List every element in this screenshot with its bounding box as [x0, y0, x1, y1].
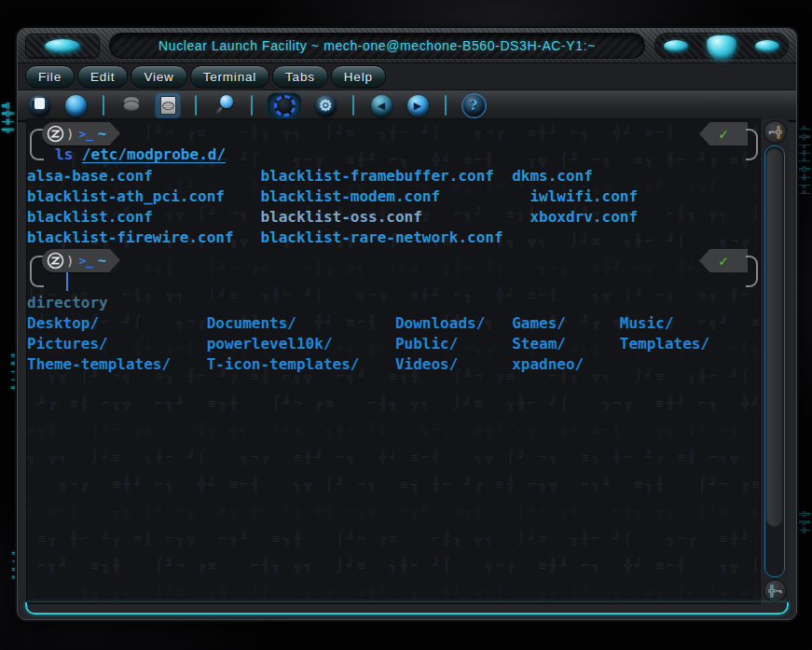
prompt-block-1: ) >_ ~ ✓ ls /etc/modprobe.d/ — [27, 121, 760, 166]
terminal-window: Nuclear Launch Facility ~ mech-one@mecho… — [17, 28, 797, 620]
maximize-button[interactable] — [707, 35, 736, 60]
settings-button[interactable]: ⚙ — [313, 93, 337, 118]
activity-monitor-button[interactable] — [268, 93, 301, 118]
new-tab-icon — [65, 95, 87, 117]
scrollbar[interactable]: ⌐╬ ╬¬ — [760, 118, 789, 604]
toolbar: ⚙ ◀ ▶ ? — [18, 90, 796, 122]
prompt-block-2: ) >_ ~ ✓ — [27, 248, 760, 293]
toolbar-separator — [445, 95, 447, 116]
toolbar-separator — [352, 95, 354, 116]
menu-file[interactable]: File — [25, 65, 75, 89]
toolbar-separator — [251, 95, 253, 116]
gear-icon: ⚙ — [313, 93, 337, 118]
prompt-directory: ~ — [98, 253, 106, 270]
menu-edit[interactable]: Edit — [77, 65, 128, 89]
prompt-pill: ) >_ ~ — [42, 122, 110, 145]
prompt-bracket-right — [746, 129, 758, 160]
scrollbar-track[interactable] — [764, 145, 785, 577]
search-button[interactable] — [212, 93, 236, 118]
copy-button[interactable] — [119, 93, 144, 118]
paste-button[interactable] — [156, 93, 180, 118]
terminal-output-line: alsa-base.conf blacklist-framebuffer.con… — [27, 166, 760, 187]
zsh-logo-icon — [47, 125, 64, 143]
exit-status-pill: ✓ — [699, 249, 748, 272]
magnifier-handle-icon — [214, 106, 223, 116]
check-icon: ✓ — [718, 124, 729, 145]
prompt-separator: ) — [66, 127, 74, 142]
prompt-separator: ) — [66, 254, 74, 269]
help-icon: ? — [461, 93, 486, 118]
prompt-symbol: >_ — [78, 254, 93, 268]
forward-button[interactable]: ▶ — [406, 93, 430, 118]
scroll-up-button[interactable]: ⌐╬ — [764, 120, 787, 144]
forward-icon: ▶ — [406, 93, 430, 118]
terminal-viewport[interactable]: ⌐╗╜ ≡╖╫ ⌠╜¬ ╔≡ ⌐╢╖ ╦╕ ⌡╛≡ ╖╫⌐ ╜⌠ ╗¬╔ ≡╫╜… — [26, 118, 760, 604]
terminal-area: ⌐╗╜ ≡╖╫ ⌠╜¬ ╔≡ ⌐╢╖ ╦╕ ⌡╛≡ ╖╫⌐ ╜⌠ ╗¬╔ ≡╫╜… — [26, 118, 789, 604]
menu-terminal[interactable]: Terminal — [190, 65, 269, 89]
window-menu-icon — [45, 39, 80, 53]
circuit-glyph-decoration: ╦╬╪╠ — [2, 103, 14, 135]
terminal-output-line: Desktop/ Documents/ Downloads/ Games/ Mu… — [27, 313, 760, 334]
prompt-directory: ~ — [98, 126, 106, 143]
command-line: ls /etc/modprobe.d/ — [55, 145, 226, 165]
help-button[interactable]: ? — [461, 93, 486, 118]
command-output-files: alsa-base.conf blacklist-framebuffer.con… — [27, 166, 760, 248]
menu-tabs[interactable]: Tabs — [272, 65, 328, 89]
prompt-symbol: >_ — [78, 127, 93, 141]
minimize-button[interactable] — [664, 40, 688, 52]
window-controls — [654, 33, 789, 59]
page-icon — [34, 98, 45, 109]
scroll-down-button[interactable]: ╬¬ — [764, 579, 787, 602]
scrollbar-thumb[interactable] — [766, 148, 783, 527]
back-icon: ◀ — [369, 93, 393, 118]
close-button[interactable] — [755, 40, 779, 52]
title-capsule: Nuclear Launch Facility ~ mech-one@mecho… — [109, 33, 645, 59]
circuit-glyph-decoration: ╡╬╞╪╡╬╪╞╡ — [798, 126, 810, 199]
command-text: ls — [55, 145, 73, 165]
menu-help[interactable]: Help — [331, 65, 386, 89]
menu-view[interactable]: View — [131, 65, 186, 89]
command-line-active[interactable] — [55, 271, 68, 292]
menubar: File Edit View Terminal Tabs Help — [18, 63, 796, 90]
terminal-output-line: Theme-templates/ T-icon-templates/ Video… — [27, 354, 760, 375]
terminal-output-line: blacklist-ath_pci.conf blacklist-modem.c… — [27, 187, 760, 207]
copy-icon — [123, 101, 140, 111]
window-menu-button[interactable] — [25, 34, 100, 58]
zsh-logo-icon — [47, 252, 64, 270]
activity-monitor-icon — [274, 95, 296, 117]
check-icon: ✓ — [718, 251, 729, 271]
terminal-output-line: blacklist-firewire.conf blacklist-rare-n… — [27, 228, 760, 248]
toolbar-separator — [103, 95, 104, 116]
terminal-output-line: directory — [27, 293, 760, 313]
completion-output-directories: directoryDesktop/ Documents/ Downloads/ … — [27, 293, 760, 375]
prompt-pill: ) >_ ~ — [42, 249, 110, 272]
clipboard-lid-icon — [162, 102, 174, 110]
prompt-bracket-right — [746, 256, 758, 287]
terminal-content: ) >_ ~ ✓ ls /etc/modprobe.d/ alsa — [27, 121, 760, 375]
circuit-glyph-decoration: ╬╠╪ — [798, 511, 810, 535]
new-window-button[interactable] — [27, 93, 51, 118]
text-cursor — [66, 272, 68, 291]
new-tab-button[interactable] — [63, 93, 88, 118]
exit-status-pill: ✓ — [699, 122, 748, 145]
terminal-output-line: blacklist.conf blacklist-oss.conf xboxdr… — [27, 207, 760, 228]
desktop: ╦╬╪╠ ╠╬╞╪╬ ╬╪╠╬ ╬╠╪ ╡╬╞╪╡╬╪╞╡ ╬╠╪╬╞ ╬╠╪ … — [0, 0, 812, 650]
paste-icon — [160, 96, 176, 115]
command-argument: /etc/modprobe.d/ — [82, 145, 226, 165]
back-button[interactable]: ◀ — [369, 93, 393, 118]
titlebar[interactable]: Nuclear Launch Facility ~ mech-one@mecho… — [18, 29, 796, 63]
toolbar-separator — [195, 95, 197, 116]
terminal-output-line: Pictures/ powerlevel10k/ Public/ Steam/ … — [27, 334, 760, 354]
window-title: Nuclear Launch Facility ~ mech-one@mecho… — [158, 38, 596, 53]
search-icon — [220, 95, 233, 108]
